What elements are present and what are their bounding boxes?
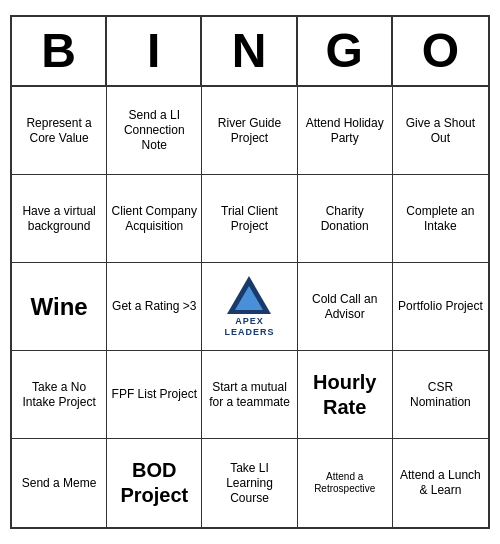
apex-triangle-icon xyxy=(227,276,271,314)
bingo-cell-21: BOD Project xyxy=(107,439,202,527)
bingo-letter-i: I xyxy=(107,17,202,86)
bingo-cell-4: Give a Shout Out xyxy=(393,87,488,175)
apex-label: APEXLEADERS xyxy=(224,316,274,339)
bingo-cell-17: Start a mutual for a teammate xyxy=(202,351,297,439)
bingo-cell-15: Take a No Intake Project xyxy=(12,351,107,439)
bingo-cell-1: Send a LI Connection Note xyxy=(107,87,202,175)
bingo-cell-9: Complete an Intake xyxy=(393,175,488,263)
bingo-cell-11: Get a Rating >3 xyxy=(107,263,202,351)
bingo-cell-3: Attend Holiday Party xyxy=(298,87,393,175)
bingo-cell-20: Send a Meme xyxy=(12,439,107,527)
bingo-cell-24: Attend a Lunch & Learn xyxy=(393,439,488,527)
bingo-cell-5: Have a virtual background xyxy=(12,175,107,263)
bingo-cell-2: River Guide Project xyxy=(202,87,297,175)
bingo-cell-14: Portfolio Project xyxy=(393,263,488,351)
bingo-cell-12: APEXLEADERS xyxy=(202,263,297,351)
bingo-cell-19: CSR Nomination xyxy=(393,351,488,439)
bingo-card: BINGO Represent a Core ValueSend a LI Co… xyxy=(10,15,490,530)
bingo-cell-18: Hourly Rate xyxy=(298,351,393,439)
bingo-letter-n: N xyxy=(202,17,297,86)
bingo-header: BINGO xyxy=(12,17,488,88)
bingo-cell-16: FPF List Project xyxy=(107,351,202,439)
bingo-letter-b: B xyxy=(12,17,107,86)
bingo-letter-g: G xyxy=(298,17,393,86)
bingo-cell-23: Attend a Retrospective xyxy=(298,439,393,527)
bingo-cell-0: Represent a Core Value xyxy=(12,87,107,175)
apex-logo: APEXLEADERS xyxy=(224,276,274,339)
bingo-cell-6: Client Company Acquisition xyxy=(107,175,202,263)
bingo-cell-7: Trial Client Project xyxy=(202,175,297,263)
bingo-cell-22: Take LI Learning Course xyxy=(202,439,297,527)
bingo-cell-8: Charity Donation xyxy=(298,175,393,263)
bingo-cell-13: Cold Call an Advisor xyxy=(298,263,393,351)
bingo-cell-10: Wine xyxy=(12,263,107,351)
bingo-letter-o: O xyxy=(393,17,488,86)
bingo-grid: Represent a Core ValueSend a LI Connecti… xyxy=(12,87,488,527)
